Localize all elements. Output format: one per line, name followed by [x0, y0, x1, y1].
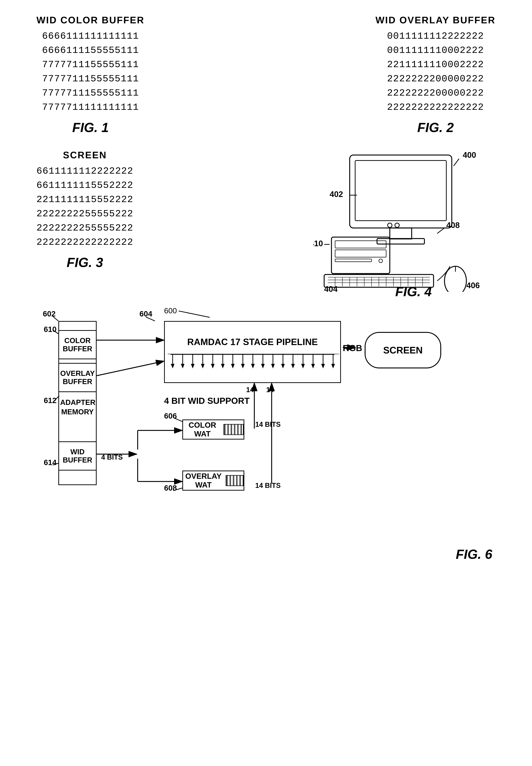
fig4-label: FIG. 4: [395, 284, 432, 299]
svg-rect-0: [350, 155, 452, 228]
svg-line-52: [97, 361, 164, 376]
svg-text:400: 400: [463, 150, 476, 159]
svg-text:608: 608: [164, 484, 177, 492]
svg-marker-87: [231, 364, 235, 368]
svg-marker-95: [271, 364, 275, 368]
svg-marker-107: [331, 364, 335, 368]
fig1-title: WID COLOR BUFFER: [36, 15, 145, 26]
fig3-row4: 2222222255555222: [36, 207, 133, 221]
svg-rect-6: [331, 237, 390, 273]
fig3-label: FIG. 3: [67, 255, 103, 270]
computer-illustration: 400 402 408 410 404 406: [313, 149, 496, 292]
fig-row-1: WID COLOR BUFFER 6666111111111111 666611…: [36, 15, 496, 135]
fig6-container: 600 602 604 612 610 614: [36, 306, 492, 562]
fig3-row3: 2211111115552222: [36, 193, 133, 207]
svg-marker-83: [211, 364, 215, 368]
fig1-row4: 7777711155555111: [42, 72, 139, 86]
svg-rect-8: [335, 250, 386, 257]
svg-line-30: [454, 159, 459, 166]
svg-marker-103: [311, 364, 315, 368]
svg-marker-93: [261, 364, 265, 368]
svg-line-40: [179, 311, 210, 317]
fig1-row5: 7777711155555111: [42, 86, 139, 100]
overlay-wat-stripes: [226, 475, 244, 486]
fig1-row3: 7777711155555111: [42, 58, 139, 72]
svg-point-5: [395, 223, 399, 227]
screen-cloud: SCREEN: [365, 332, 441, 368]
fig2-block: WID OVERLAY BUFFER 0011111112222222 0011…: [376, 15, 496, 135]
svg-text:606: 606: [164, 412, 177, 420]
ramdac-box: RAMDAC 17 STAGE PIPELINE: [164, 321, 341, 383]
svg-point-4: [388, 223, 392, 227]
fig2-title: WID OVERLAY BUFFER: [376, 15, 496, 26]
svg-marker-89: [241, 364, 245, 368]
wid-buffer-box: WIDBUFFER: [58, 442, 97, 471]
fig3-title: SCREEN: [63, 149, 107, 160]
fig2-label: FIG. 2: [417, 120, 454, 135]
svg-marker-81: [201, 364, 205, 368]
fig1-row6: 7777711111111111: [42, 100, 139, 114]
overlay-wat-box: OVERLAY WAT: [182, 471, 244, 491]
svg-marker-91: [251, 364, 255, 368]
fig1-data: 6666111111111111 6666111155555111 777771…: [42, 29, 139, 114]
fig2-row3: 2211111110002222: [387, 58, 484, 72]
fig1-row2: 6666111155555111: [42, 43, 139, 58]
svg-text:404: 404: [324, 284, 338, 292]
svg-marker-99: [291, 364, 295, 368]
fig2-row2: 0011111110002222: [387, 43, 484, 58]
page: WID COLOR BUFFER 6666111111111111 666611…: [0, 0, 532, 766]
svg-marker-75: [171, 364, 174, 368]
fig3-row2: 6611111115552222: [36, 178, 133, 193]
fig2-data: 0011111112222222 0011111110002222 221111…: [387, 29, 484, 114]
svg-text:402: 402: [330, 190, 343, 199]
svg-rect-2: [390, 228, 412, 239]
teeth-overlay: [168, 354, 339, 372]
fig3-data: 6611111112222222 6611111115552222 221111…: [36, 164, 133, 249]
svg-text:610: 610: [44, 325, 57, 333]
svg-text:RGB: RGB: [343, 343, 362, 353]
svg-rect-10: [335, 259, 372, 262]
fig2-row1: 0011111112222222: [387, 29, 484, 43]
color-buffer-box: COLORBUFFER: [58, 330, 97, 359]
fig4-block: 400 402 408 410 404 406 FIG. 4: [313, 149, 496, 292]
svg-rect-1: [355, 160, 446, 221]
fig3-row1: 6611111112222222: [36, 164, 133, 178]
fig1-row1: 6666111111111111: [42, 29, 139, 43]
fig-row-2: SCREEN 6611111112222222 6611111115552222…: [36, 149, 496, 292]
svg-marker-79: [191, 364, 195, 368]
svg-text:408: 408: [446, 221, 460, 230]
wid-support-label: 4 BIT WID SUPPORT: [164, 396, 250, 406]
overlay-buffer-box: OVERLAYBUFFER: [58, 363, 97, 392]
fig2-row4: 2222222200000222: [387, 72, 484, 86]
fig6-label: FIG. 6: [456, 547, 492, 562]
color-wat-box: COLOR WAT: [182, 420, 244, 440]
svg-line-34: [437, 228, 444, 233]
svg-text:604: 604: [139, 309, 152, 318]
fig1-label: FIG. 1: [72, 120, 109, 135]
svg-marker-85: [221, 364, 225, 368]
color-wat-stripes: [224, 424, 244, 435]
svg-text:14 BITS: 14 BITS: [255, 421, 281, 428]
fig2-row6: 2222222222222222: [387, 100, 484, 114]
fig1-block: WID COLOR BUFFER 6666111111111111 666611…: [36, 15, 145, 135]
svg-marker-105: [321, 364, 325, 368]
fig3-row5: 2222222255555222: [36, 221, 133, 235]
fig3-row6: 2222222222222222: [36, 235, 133, 249]
svg-marker-77: [181, 364, 185, 368]
svg-text:14 BITS: 14 BITS: [255, 482, 281, 489]
adapter-memory-label: ADAPTERMEMORY: [60, 398, 95, 417]
fig3-block: SCREEN 6611111112222222 6611111115552222…: [36, 149, 133, 270]
svg-text:14: 14: [246, 386, 254, 394]
svg-text:614: 614: [44, 458, 57, 467]
svg-point-9: [379, 259, 383, 263]
svg-marker-101: [301, 364, 305, 368]
svg-text:14: 14: [266, 386, 274, 394]
svg-text:4 BITS: 4 BITS: [101, 454, 123, 461]
fig2-row5: 2222222200000222: [387, 86, 484, 100]
svg-text:406: 406: [466, 281, 480, 290]
svg-marker-97: [281, 364, 285, 368]
svg-text:410: 410: [313, 239, 323, 248]
